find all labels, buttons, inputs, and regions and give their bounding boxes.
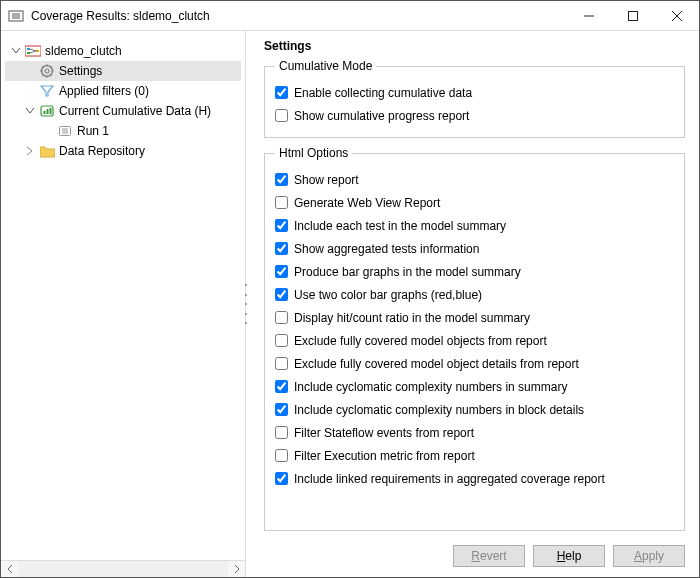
svg-rect-9 xyxy=(27,48,30,50)
tree-label: Data Repository xyxy=(59,144,145,158)
data-icon xyxy=(39,103,55,119)
html-option-option: Show aggregated tests information xyxy=(275,237,674,260)
settings-pane: Settings Cumulative Mode Enable collecti… xyxy=(246,31,699,577)
scroll-track[interactable] xyxy=(18,561,228,578)
html-option-option: Include cyclomatic complexity numbers in… xyxy=(275,375,674,398)
html-option-label: Filter Execution metric from report xyxy=(294,449,475,463)
html-option-checkbox[interactable] xyxy=(275,426,288,439)
help-button[interactable]: Help xyxy=(533,545,605,567)
mnemonic: R xyxy=(471,549,480,563)
tree-label: Current Cumulative Data (H) xyxy=(59,104,211,118)
close-button[interactable] xyxy=(655,1,699,31)
btn-rest: elp xyxy=(565,549,581,563)
html-option-checkbox[interactable] xyxy=(275,357,288,370)
btn-rest: evert xyxy=(480,549,507,563)
tree-item-applied-filters[interactable]: Applied filters (0) xyxy=(5,81,241,101)
html-option-label: Display hit/count ratio in the model sum… xyxy=(294,311,530,325)
tree-item-data-repository[interactable]: Data Repository xyxy=(5,141,241,161)
splitter-handle[interactable] xyxy=(242,284,249,324)
html-option-checkbox[interactable] xyxy=(275,288,288,301)
html-option-option: Exclude fully covered model object detai… xyxy=(275,352,674,375)
folder-icon xyxy=(39,143,55,159)
html-option-checkbox[interactable] xyxy=(275,173,288,186)
cumulative-checkbox[interactable] xyxy=(275,86,288,99)
html-option-option: Show report xyxy=(275,168,674,191)
html-option-checkbox[interactable] xyxy=(275,449,288,462)
btn-rest: pply xyxy=(642,549,664,563)
html-option-label: Generate Web View Report xyxy=(294,196,440,210)
tree-label: Applied filters (0) xyxy=(59,84,149,98)
html-option-option: Include each test in the model summary xyxy=(275,214,674,237)
html-option-option: Filter Execution metric from report xyxy=(275,444,674,467)
expander-icon[interactable] xyxy=(9,44,23,58)
tree-item-run1[interactable]: Run 1 xyxy=(5,121,241,141)
html-option-option: Exclude fully covered model objects from… xyxy=(275,329,674,352)
svg-line-20 xyxy=(42,66,43,67)
svg-rect-11 xyxy=(36,50,39,52)
html-option-checkbox[interactable] xyxy=(275,219,288,232)
button-row: Revert Help Apply xyxy=(264,539,685,567)
cumulative-checkbox[interactable] xyxy=(275,109,288,122)
tree-pane: sldemo_clutch Se xyxy=(1,31,246,577)
html-option-option: Generate Web View Report xyxy=(275,191,674,214)
group-legend: Html Options xyxy=(275,146,352,160)
svg-rect-10 xyxy=(27,52,30,54)
apply-button[interactable]: Apply xyxy=(613,545,685,567)
html-option-option: Filter Stateflow events from report xyxy=(275,421,674,444)
html-option-label: Exclude fully covered model objects from… xyxy=(294,334,547,348)
html-option-option: Produce bar graphs in the model summary xyxy=(275,260,674,283)
gear-icon xyxy=(39,63,55,79)
expander-icon[interactable] xyxy=(23,144,37,158)
svg-line-23 xyxy=(42,74,43,75)
html-option-label: Include linked requirements in aggregate… xyxy=(294,472,605,486)
titlebar: Coverage Results: sldemo_clutch xyxy=(1,1,699,31)
filter-icon xyxy=(39,83,55,99)
html-options-group: Html Options Show reportGenerate Web Vie… xyxy=(264,146,685,531)
tree[interactable]: sldemo_clutch Se xyxy=(1,41,245,560)
html-option-label: Include cyclomatic complexity numbers in… xyxy=(294,403,584,417)
expander-icon[interactable] xyxy=(23,104,37,118)
html-option-option: Use two color bar graphs (red,blue) xyxy=(275,283,674,306)
html-option-checkbox[interactable] xyxy=(275,265,288,278)
html-option-option: Include cyclomatic complexity numbers in… xyxy=(275,398,674,421)
html-option-checkbox[interactable] xyxy=(275,311,288,324)
scroll-left-icon[interactable] xyxy=(1,561,18,578)
svg-rect-26 xyxy=(47,109,49,114)
html-option-checkbox[interactable] xyxy=(275,380,288,393)
tree-item-settings[interactable]: Settings xyxy=(5,61,241,81)
revert-button[interactable]: Revert xyxy=(453,545,525,567)
tree-label: Run 1 xyxy=(77,124,109,138)
tree-item-current-cumulative[interactable]: Current Cumulative Data (H) xyxy=(5,101,241,121)
app-icon xyxy=(7,7,25,25)
html-option-checkbox[interactable] xyxy=(275,196,288,209)
svg-rect-5 xyxy=(629,11,638,20)
tree-label: sldemo_clutch xyxy=(45,44,122,58)
html-option-label: Include cyclomatic complexity numbers in… xyxy=(294,380,567,394)
html-option-checkbox[interactable] xyxy=(275,334,288,347)
html-option-label: Show report xyxy=(294,173,359,187)
maximize-button[interactable] xyxy=(611,1,655,31)
horizontal-scrollbar[interactable] xyxy=(1,560,245,577)
svg-point-15 xyxy=(45,69,49,73)
html-option-label: Exclude fully covered model object detai… xyxy=(294,357,579,371)
html-option-checkbox[interactable] xyxy=(275,242,288,255)
page-title: Settings xyxy=(264,39,685,53)
html-option-checkbox[interactable] xyxy=(275,403,288,416)
tree-label: Settings xyxy=(59,64,102,78)
cumulative-label: Show cumulative progress report xyxy=(294,109,469,123)
html-option-checkbox[interactable] xyxy=(275,472,288,485)
svg-rect-25 xyxy=(44,111,46,114)
svg-line-22 xyxy=(50,66,51,67)
scroll-right-icon[interactable] xyxy=(228,561,245,578)
svg-line-21 xyxy=(50,74,51,75)
html-option-label: Include each test in the model summary xyxy=(294,219,506,233)
model-icon xyxy=(25,43,41,59)
run-icon xyxy=(57,123,73,139)
minimize-button[interactable] xyxy=(567,1,611,31)
html-option-label: Produce bar graphs in the model summary xyxy=(294,265,521,279)
tree-item-root[interactable]: sldemo_clutch xyxy=(5,41,241,61)
html-option-option: Include linked requirements in aggregate… xyxy=(275,467,674,490)
html-option-label: Use two color bar graphs (red,blue) xyxy=(294,288,482,302)
cumulative-mode-group: Cumulative Mode Enable collecting cumula… xyxy=(264,59,685,138)
mnemonic: A xyxy=(634,549,642,563)
